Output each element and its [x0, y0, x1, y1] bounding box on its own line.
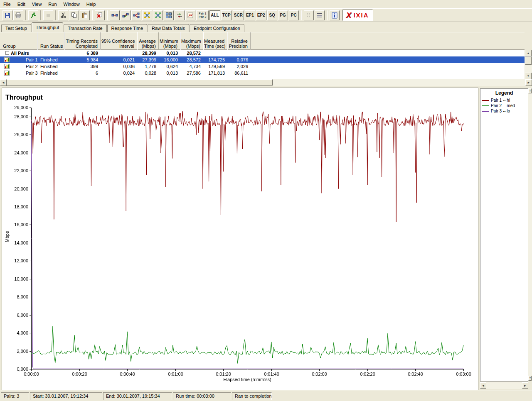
cell-max: 4,734 — [180, 63, 203, 70]
pair-chart-icon — [4, 57, 10, 62]
menu-run[interactable]: Run — [45, 0, 60, 8]
ixia-logo-text: IXIA — [353, 12, 369, 19]
cut-icon — [60, 12, 66, 19]
save-button[interactable] — [2, 10, 12, 20]
grid-row-pair-1[interactable]: Pair 1Finished5 9840,02127,39916,00028,5… — [0, 56, 525, 63]
tab-response-time[interactable]: Response Time — [107, 24, 147, 32]
view-ep1-button[interactable]: EP1 — [245, 10, 255, 20]
grid-row-all-pairs[interactable]: All Pairs6 38928,3990,01328,572 — [0, 50, 525, 56]
menu-file[interactable]: File — [0, 0, 14, 8]
toolbar-button-label: TCP — [222, 13, 231, 17]
column-header-status[interactable]: Run Status — [37, 32, 64, 50]
tab-test-setup[interactable]: Test Setup — [1, 24, 31, 32]
swap-endpoints-button[interactable] — [175, 10, 185, 20]
add-multicast-group-button[interactable] — [142, 10, 152, 20]
tab-transaction-rate[interactable]: Transaction Rate — [64, 24, 106, 32]
add-multicast-pair-button[interactable] — [153, 10, 163, 20]
column-header-label: (Mbps) — [138, 44, 156, 49]
menu-edit[interactable]: Edit — [14, 0, 29, 8]
tab-endpoint-configuration[interactable]: Endpoint Configuration — [190, 24, 244, 32]
view-pc-button[interactable]: PC — [289, 10, 299, 20]
scroll-left-arrow[interactable]: ◀ — [480, 382, 486, 389]
pair-list-button[interactable]: Pair 1Pair 2 — [196, 10, 209, 20]
columns-button[interactable] — [304, 10, 314, 20]
toolbar-button-label: PG — [280, 13, 286, 17]
cell-status: Finished — [37, 63, 64, 70]
status-bar: Pairs: 3Start: 30.01.2007, 19:12:34End: … — [0, 391, 532, 401]
column-header-group[interactable]: Group — [0, 32, 37, 50]
column-header-label: Run Status — [40, 44, 63, 49]
view-ep2-button[interactable]: EP2 — [256, 10, 266, 20]
delete-button[interactable] — [95, 10, 105, 20]
legend-line-swatch — [482, 105, 489, 106]
triangle-down-icon: ▼ — [526, 74, 530, 78]
cell-max: 28,572 — [180, 50, 203, 56]
stop-test-button[interactable] — [43, 10, 53, 20]
grid-row-pair-3[interactable]: Pair 3Finished60,0240,0280,01327,586171,… — [0, 70, 525, 76]
column-header-time[interactable]: MeasuredTime (sec) — [203, 32, 227, 50]
scroll-right-arrow[interactable]: ▶ — [522, 382, 528, 389]
add-hardware-pair-button[interactable] — [131, 10, 141, 20]
triangle-up-icon: ▲ — [529, 90, 531, 93]
pane-vertical-scrollbar[interactable]: ▲ ▼ — [528, 88, 532, 381]
add-pair-icon — [111, 12, 118, 19]
collapse-group-icon[interactable] — [5, 51, 9, 55]
cut-button[interactable] — [58, 10, 68, 20]
column-header-prec[interactable]: RelativePrecision — [227, 32, 251, 50]
run-icon — [30, 12, 37, 19]
scroll-up-arrow[interactable]: ▲ — [525, 50, 532, 56]
view-all-button[interactable]: ALL — [209, 10, 220, 20]
cell-avg: 28,399 — [137, 50, 159, 56]
menu-bar: FileEditViewRunWindowHelp — [0, 0, 532, 8]
scroll-down-arrow[interactable]: ▼ — [525, 73, 532, 79]
menu-help[interactable]: Help — [83, 0, 99, 8]
column-header-timing[interactable]: Timing RecordsCompleted — [64, 32, 101, 50]
grid-row-pair-2[interactable]: Pair 2Finished3990,0361,7780,6244,734179… — [0, 63, 525, 70]
column-header-ci[interactable]: 95% ConfidenceInterval — [101, 32, 137, 50]
report-button[interactable] — [315, 10, 325, 20]
column-header-avg[interactable]: Average(Mbps) — [137, 32, 159, 50]
scroll-up-arrow[interactable]: ▲ — [528, 88, 532, 93]
results-grid-body: All Pairs6 38928,3990,01328,572Pair 1Fin… — [0, 50, 525, 79]
scroll-left-arrow[interactable]: ◀ — [0, 79, 7, 86]
column-header-label: Timing Records — [65, 39, 98, 44]
column-header-label: Group — [3, 44, 36, 49]
scroll-right-arrow[interactable]: ▶ — [525, 79, 532, 86]
cell-prec: 0,076 — [227, 56, 251, 63]
view-sq-button[interactable]: SQ — [267, 10, 277, 20]
chart-y-axis-label: Mbps — [5, 224, 10, 249]
scroll-thumb[interactable] — [7, 79, 273, 86]
view-tcp-button[interactable]: TCP — [221, 10, 232, 20]
ixia-logo: XIXIA — [342, 10, 373, 21]
column-header-min[interactable]: Minimum(Mbps) — [159, 32, 180, 50]
print-button[interactable] — [13, 10, 23, 20]
grid-vertical-scrollbar[interactable]: ▲ ▼ — [525, 50, 532, 79]
cell-avg: 0,028 — [137, 70, 159, 76]
tab-throughput[interactable]: Throughput — [32, 22, 63, 32]
add-pair-button[interactable] — [110, 10, 120, 20]
view-pg-button[interactable]: PG — [278, 10, 288, 20]
endpoint-map-button[interactable] — [185, 10, 195, 20]
menu-window[interactable]: Window — [60, 0, 83, 8]
run-test-button[interactable] — [28, 10, 38, 20]
column-header-max[interactable]: Maximum(Mbps) — [180, 32, 203, 50]
menu-view[interactable]: View — [29, 0, 45, 8]
copy-button[interactable] — [69, 10, 79, 20]
toolbar-separator — [107, 10, 108, 20]
replicate-pair-button[interactable] — [164, 10, 174, 20]
toolbar-separator — [25, 10, 26, 20]
paste-button[interactable] — [80, 10, 90, 20]
report-icon — [316, 12, 323, 19]
tab-raw-data-totals[interactable]: Raw Data Totals — [148, 24, 189, 32]
scroll-thumb[interactable] — [525, 56, 532, 65]
view-scr-button[interactable]: SCR — [233, 10, 244, 20]
multicast-icon — [144, 12, 150, 19]
triangle-right-icon: ▶ — [527, 81, 531, 85]
add-vpn-pair-button[interactable] — [121, 10, 131, 20]
scroll-down-arrow[interactable]: ▼ — [528, 376, 532, 381]
add-vpn-pair-icon — [122, 12, 129, 19]
grid-horizontal-scrollbar[interactable]: ◀ ▶ — [0, 79, 532, 86]
help-button[interactable] — [330, 10, 340, 20]
cell-ci: 0,036 — [101, 63, 137, 70]
legend-horizontal-scrollbar[interactable]: ◀ ▶ — [480, 382, 528, 389]
